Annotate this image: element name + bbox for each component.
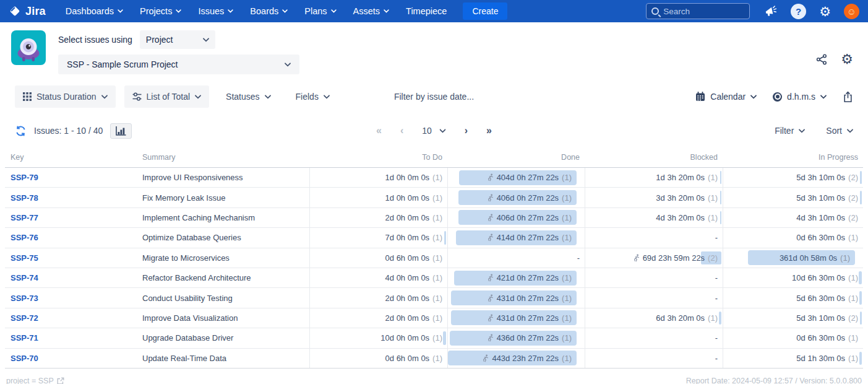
blocked-duration-cell: 3d 3h 20m 0s(1) bbox=[585, 188, 723, 207]
filter-label: Filter bbox=[775, 126, 794, 136]
page-size-dropdown[interactable]: 10 bbox=[422, 126, 446, 136]
nav-item-issues[interactable]: Issues bbox=[198, 6, 233, 16]
in-progress-duration-cell: 5d 6h 30m 0s(1) bbox=[723, 288, 863, 307]
search-input[interactable] bbox=[663, 7, 731, 16]
key-cell: SSP-74 bbox=[5, 268, 142, 287]
duration-value: 7d 0h 0m 0s bbox=[385, 233, 430, 242]
nav-item-boards[interactable]: Boards bbox=[250, 6, 288, 16]
report-type-button[interactable]: Status Duration bbox=[15, 85, 116, 108]
blocked-duration-cell: - bbox=[585, 228, 723, 247]
duration-count: (1) bbox=[432, 173, 442, 182]
duration-count: (1) bbox=[432, 213, 442, 222]
fields-button[interactable]: Fields bbox=[288, 85, 338, 108]
done-duration-cell: 431d 0h 27m 22s(1) bbox=[447, 308, 585, 328]
first-page-button[interactable]: « bbox=[376, 126, 382, 136]
todo-duration-cell: 0d 6h 0m 0s(1) bbox=[309, 349, 447, 368]
column-header-to-do: To Do bbox=[309, 147, 447, 167]
empty-duration: - bbox=[715, 294, 718, 303]
calendar-icon bbox=[695, 92, 705, 102]
duration-value: 5d 1h 30m 0s bbox=[796, 354, 845, 363]
nav-item-timepiece[interactable]: Timepiece bbox=[406, 6, 447, 16]
statuses-button[interactable]: Statuses bbox=[218, 85, 278, 108]
chart-view-button[interactable] bbox=[110, 123, 132, 139]
summary-cell: Fix Memory Leak Issue bbox=[142, 188, 309, 207]
jira-logo[interactable]: Jira bbox=[9, 5, 46, 18]
global-search[interactable] bbox=[646, 3, 750, 19]
issue-key-link[interactable]: SSP-70 bbox=[11, 354, 38, 363]
calendar-dropdown[interactable]: Calendar bbox=[695, 92, 757, 102]
issue-source-dropdown[interactable]: Project bbox=[140, 30, 215, 49]
duration-count: (1) bbox=[848, 233, 858, 242]
last-page-button[interactable]: » bbox=[486, 126, 492, 136]
duration-format-dropdown[interactable]: d.h.m.s bbox=[773, 92, 827, 102]
nav-item-projects[interactable]: Projects bbox=[140, 6, 181, 16]
next-page-button[interactable]: › bbox=[465, 126, 468, 136]
chevron-down-icon bbox=[384, 9, 389, 13]
done-duration-cell: 436d 0h 27m 22s(1) bbox=[447, 328, 585, 347]
duration-bar-pill: 361d 0h 58m 0s(1) bbox=[748, 250, 855, 265]
key-cell: SSP-76 bbox=[5, 228, 142, 247]
issue-key-link[interactable]: SSP-78 bbox=[11, 193, 38, 203]
table-row-ssp-75: SSP-75Migrate to Microservices0d 6h 0m 0… bbox=[5, 248, 863, 268]
running-status-icon bbox=[486, 294, 494, 302]
status-duration-table: KeySummaryTo DoDoneBlockedIn Progress SS… bbox=[5, 147, 863, 369]
create-button[interactable]: Create bbox=[463, 2, 507, 20]
calendar-label: Calendar bbox=[710, 92, 746, 102]
issue-key-link[interactable]: SSP-74 bbox=[11, 273, 38, 282]
export-icon[interactable] bbox=[843, 91, 853, 103]
nav-item-dashboards[interactable]: Dashboards bbox=[66, 6, 123, 16]
issue-summary: Fix Memory Leak Issue bbox=[142, 193, 225, 203]
summary-cell: Optimize Database Queries bbox=[142, 228, 309, 247]
jql-link[interactable]: project = SSP bbox=[6, 377, 64, 384]
key-cell: SSP-75 bbox=[5, 248, 142, 268]
issue-key-link[interactable]: SSP-79 bbox=[11, 173, 38, 182]
help-icon[interactable]: ? bbox=[791, 4, 806, 19]
prev-page-button[interactable]: ‹ bbox=[400, 126, 403, 136]
page-size-value: 10 bbox=[422, 126, 432, 136]
duration-bar-pill: 404d 0h 27m 22s(1) bbox=[459, 170, 577, 185]
in-progress-duration-cell: 5d 1h 30m 0s(1) bbox=[723, 349, 863, 368]
report-footer: project = SSP Report Date: 2024-05-09 12… bbox=[0, 369, 868, 384]
duration-count: (1) bbox=[708, 193, 718, 203]
duration-count: (1) bbox=[432, 294, 442, 303]
duration-count: (1) bbox=[562, 354, 572, 363]
blocked-duration-cell: 69d 23h 59m 22s(2) bbox=[585, 248, 723, 268]
issue-date-filter[interactable]: Filter by issue date... bbox=[394, 92, 474, 102]
duration-value: 406d 0h 27m 22s bbox=[497, 213, 559, 222]
nav-item-plans[interactable]: Plans bbox=[304, 6, 336, 16]
report-settings-icon[interactable]: ⚙ bbox=[841, 53, 853, 66]
done-duration-cell: 421d 0h 27m 22s(1) bbox=[447, 268, 585, 287]
issue-key-link[interactable]: SSP-71 bbox=[11, 333, 38, 343]
empty-duration: - bbox=[715, 354, 718, 363]
sliders-icon bbox=[132, 92, 142, 101]
issue-key-link[interactable]: SSP-76 bbox=[11, 233, 38, 242]
duration-format-label: d.h.m.s bbox=[787, 92, 815, 102]
issue-key-link[interactable]: SSP-75 bbox=[11, 253, 38, 263]
select-issues-label: Select issues using bbox=[58, 35, 132, 45]
duration-count: (2) bbox=[848, 173, 858, 182]
refresh-icon[interactable] bbox=[15, 125, 27, 137]
announcement-icon[interactable] bbox=[765, 6, 778, 17]
in-progress-duration-cell: 10d 6h 30m 0s(1) bbox=[723, 268, 863, 287]
issue-key-link[interactable]: SSP-77 bbox=[11, 213, 38, 222]
duration-bar bbox=[720, 171, 721, 184]
project-dropdown[interactable]: SSP - Sample Scrum Project bbox=[58, 55, 299, 74]
issue-key-link[interactable]: SSP-73 bbox=[11, 294, 38, 303]
in-progress-duration-cell: 5d 3h 10m 0s(2) bbox=[723, 188, 863, 207]
todo-duration-cell: 2d 0h 0m 0s(1) bbox=[309, 288, 447, 307]
filter-dropdown[interactable]: Filter bbox=[775, 126, 805, 136]
user-avatar[interactable]: ☺ bbox=[844, 4, 859, 19]
duration-bar bbox=[860, 191, 862, 204]
issue-key-link[interactable]: SSP-72 bbox=[11, 313, 38, 323]
sort-dropdown[interactable]: Sort bbox=[826, 126, 853, 136]
blocked-duration-cell: - bbox=[585, 268, 723, 287]
aggregation-button[interactable]: List of Total bbox=[124, 85, 210, 108]
chevron-down-icon bbox=[101, 95, 108, 99]
duration-count: (1) bbox=[562, 273, 572, 282]
settings-gear-icon[interactable]: ⚙ bbox=[819, 5, 831, 18]
duration-value: 4d 3h 20m 0s bbox=[656, 213, 705, 222]
nav-item-assets[interactable]: Assets bbox=[353, 6, 390, 16]
duration-value: 2d 0h 0m 0s bbox=[385, 313, 430, 323]
share-icon[interactable] bbox=[816, 54, 827, 65]
external-link-icon bbox=[57, 377, 64, 384]
